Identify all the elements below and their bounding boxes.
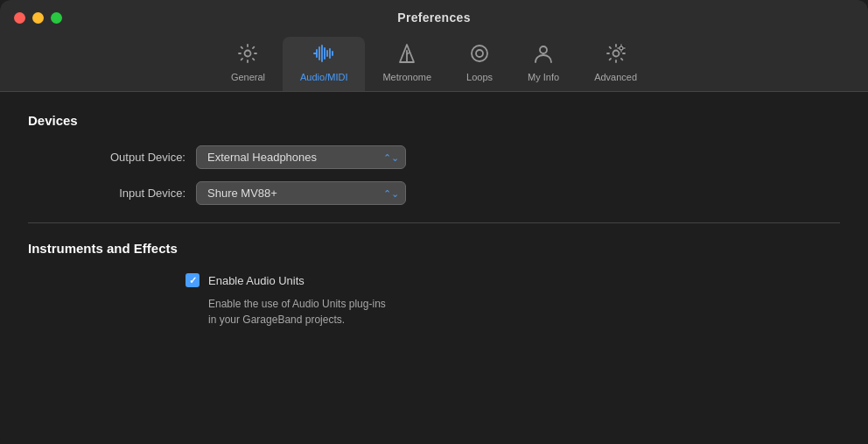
toolbar: General Audio/MIDI Metronome — [0, 33, 868, 92]
svg-point-13 — [476, 50, 483, 57]
output-device-label: Output Device: — [80, 151, 186, 164]
minimize-button[interactable] — [32, 12, 44, 24]
tab-advanced[interactable]: Advanced — [577, 37, 654, 91]
section-divider — [28, 222, 840, 223]
metronome-icon — [396, 42, 418, 68]
tab-metronome[interactable]: Metronome — [365, 37, 449, 91]
title-bar: Preferences — [0, 0, 868, 33]
output-device-row: Output Device: External Headphones Built… — [28, 145, 840, 169]
waveform-icon — [312, 42, 335, 68]
enable-audio-units-row: ✓ Enable Audio Units — [28, 273, 840, 287]
tab-general[interactable]: General — [214, 37, 283, 91]
loops-icon — [468, 42, 491, 68]
maximize-button[interactable] — [51, 12, 62, 24]
close-button[interactable] — [14, 12, 25, 24]
window-controls — [14, 12, 62, 24]
output-device-select[interactable]: External Headphones Built-in Output MacB… — [196, 145, 406, 169]
input-device-select-wrapper[interactable]: Shure MV88+ Built-in Microphone No Input — [196, 181, 406, 205]
tab-loops[interactable]: Loops — [449, 37, 510, 91]
tab-my-info[interactable]: My Info — [510, 37, 577, 91]
person-icon — [532, 42, 555, 68]
devices-title: Devices — [28, 113, 840, 128]
output-device-select-wrapper[interactable]: External Headphones Built-in Output MacB… — [196, 145, 406, 169]
main-content: Devices Output Device: External Headphon… — [0, 92, 868, 444]
window-title: Preferences — [397, 11, 470, 33]
tab-my-info-label: My Info — [528, 72, 559, 82]
tab-advanced-label: Advanced — [594, 72, 637, 82]
devices-section: Devices Output Device: External Headphon… — [28, 113, 840, 205]
enable-audio-units-description: Enable the use of Audio Units plug-ins i… — [28, 296, 396, 328]
svg-point-15 — [612, 51, 619, 57]
enable-audio-units-label: Enable Audio Units — [208, 274, 304, 287]
instruments-section: Instruments and Effects ✓ Enable Audio U… — [28, 241, 840, 328]
tab-metronome-label: Metronome — [382, 72, 431, 82]
svg-point-0 — [245, 51, 251, 57]
enable-audio-units-checkbox[interactable]: ✓ — [186, 273, 200, 287]
input-device-select[interactable]: Shure MV88+ Built-in Microphone No Input — [196, 181, 406, 205]
instruments-title: Instruments and Effects — [28, 241, 840, 256]
tab-loops-label: Loops — [466, 72, 493, 82]
gear-icon — [236, 42, 259, 68]
tab-audio-midi-label: Audio/MIDI — [300, 72, 347, 82]
svg-point-12 — [472, 46, 487, 61]
svg-point-14 — [540, 46, 547, 53]
tab-audio-midi[interactable]: Audio/MIDI — [283, 37, 365, 91]
advanced-gear-icon — [605, 42, 627, 68]
input-device-label: Input Device: — [80, 187, 186, 200]
tab-general-label: General — [231, 72, 265, 82]
input-device-row: Input Device: Shure MV88+ Built-in Micro… — [28, 181, 840, 205]
checkmark-icon: ✓ — [189, 275, 197, 286]
